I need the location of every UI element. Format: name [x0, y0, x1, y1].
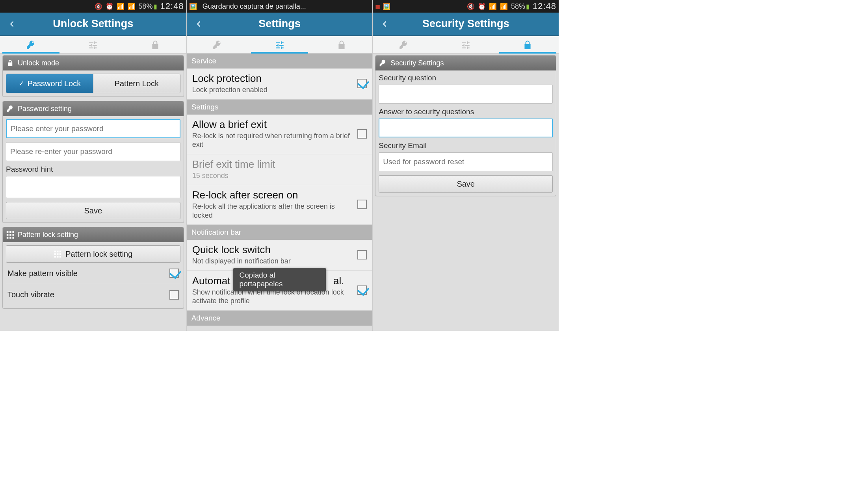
svg-rect-1 — [9, 231, 11, 233]
tab-unlock[interactable] — [373, 36, 435, 53]
svg-rect-2 — [13, 231, 15, 233]
row-relock-after-screen-on[interactable]: Re-lock after screen on Re-lock all the … — [187, 185, 373, 225]
tab-settings[interactable] — [249, 36, 310, 53]
security-answer-input[interactable] — [379, 119, 553, 137]
sliders-icon — [88, 40, 98, 50]
section-service: Service — [187, 54, 373, 69]
alarm-icon: ⏰ — [478, 3, 486, 10]
wifi-icon: 📶 — [489, 3, 497, 10]
row-quick-lock-switch[interactable]: Quick lock switch Not displayed in notif… — [187, 240, 373, 271]
tab-security[interactable] — [124, 36, 186, 53]
panel-security-settings: Security Settings Security question Answ… — [375, 55, 556, 196]
tab-strip — [0, 36, 186, 54]
button-label: Pattern lock setting — [65, 250, 132, 259]
security-email-label: Security Email — [379, 141, 553, 150]
checkbox[interactable] — [357, 250, 367, 259]
panel-header-unlock-mode: Unlock mode — [3, 56, 184, 70]
password-lock-option[interactable]: ✓ Password Lock — [6, 74, 93, 93]
status-bar: 🔇 ⏰ 📶 📶 58% ▮ 12:48 — [0, 0, 186, 13]
key-icon — [212, 40, 223, 50]
signal-icon: 📶 — [128, 3, 136, 10]
option-label: Pattern Lock — [115, 79, 159, 88]
header-bar: Security Settings — [373, 13, 559, 36]
svg-rect-9 — [54, 251, 56, 252]
pattern-lock-option[interactable]: Pattern Lock — [93, 74, 180, 93]
row-label: Make pattern visible — [7, 269, 78, 278]
checkbox[interactable] — [169, 269, 179, 278]
key-lock-icon — [379, 59, 387, 67]
panel-title: Security Settings — [390, 59, 444, 67]
row-title: Allow a brief exit — [192, 119, 354, 131]
panel-title: Pattern lock setting — [18, 231, 78, 239]
svg-rect-11 — [59, 251, 61, 252]
lock-icon — [6, 59, 15, 67]
save-password-button[interactable]: Save — [6, 202, 180, 219]
panel-title: Password setting — [18, 105, 72, 113]
signal-icon: 📶 — [500, 3, 508, 10]
battery-indicator: 58% ▮ — [511, 2, 530, 11]
password-confirm-input[interactable] — [6, 142, 180, 161]
svg-rect-16 — [57, 256, 59, 258]
password-hint-label: Password hint — [6, 165, 180, 174]
svg-rect-7 — [9, 237, 11, 239]
tab-security[interactable] — [497, 36, 559, 53]
clipboard-toast: Copiado al portapapeles — [233, 268, 326, 291]
row-subtitle: Lock protection enabled — [192, 85, 354, 94]
svg-rect-8 — [13, 237, 15, 239]
row-subtitle: 15 seconds — [192, 171, 367, 180]
pattern-grid-icon — [6, 230, 15, 239]
row-lock-protection[interactable]: Lock protection Lock protection enabled — [187, 69, 373, 100]
svg-rect-13 — [57, 253, 59, 255]
svg-rect-10 — [57, 251, 59, 252]
pattern-grid-icon — [54, 250, 61, 258]
svg-rect-5 — [13, 234, 15, 236]
lock-icon — [150, 40, 160, 50]
tab-settings[interactable] — [435, 36, 497, 53]
button-label: Save — [457, 180, 475, 189]
section-notification: Notification bar — [187, 225, 373, 240]
checkbox[interactable] — [169, 290, 179, 300]
row-allow-brief-exit[interactable]: Allow a brief exit Re-lock is not requir… — [187, 115, 373, 154]
checkbox[interactable] — [357, 79, 367, 88]
tab-unlock[interactable] — [187, 36, 249, 53]
row-title: Re-lock after screen on — [192, 189, 354, 201]
status-bar: 🖼️ Guardando captura de pantalla... — [187, 0, 373, 13]
checkbox[interactable] — [357, 285, 367, 295]
panel-password-setting: Password setting Password hint Save — [2, 101, 184, 223]
screen-security-settings: ◼ 🖼️ 🔇 ⏰ 📶 📶 58% ▮ 12:48 Security Settin… — [372, 0, 559, 331]
sliders-icon — [275, 40, 285, 50]
content-area: Service Lock protection Lock protection … — [187, 54, 373, 331]
screen-unlock-settings: 🔇 ⏰ 📶 📶 58% ▮ 12:48 Unlock Settings — [0, 0, 186, 331]
check-icon: ✓ — [19, 79, 24, 88]
tab-settings[interactable] — [62, 36, 124, 53]
password-input[interactable] — [6, 119, 180, 138]
tab-unlock[interactable] — [0, 36, 62, 53]
svg-rect-3 — [7, 234, 9, 236]
unlock-mode-segmented: ✓ Password Lock Pattern Lock — [6, 74, 180, 93]
security-answer-label: Answer to security questions — [379, 107, 553, 116]
panel-header-pattern: Pattern lock setting — [3, 227, 184, 242]
security-question-input[interactable] — [379, 85, 553, 104]
svg-rect-17 — [59, 256, 61, 258]
svg-rect-15 — [54, 256, 56, 258]
open-pattern-setting-button[interactable]: Pattern lock setting — [6, 245, 180, 263]
silent-icon: 🔇 — [95, 3, 102, 10]
row-title: Lock protection — [192, 72, 354, 85]
save-security-button[interactable]: Save — [379, 175, 553, 193]
content-area: Unlock mode ✓ Password Lock Pattern Lock — [0, 54, 186, 331]
checkbox[interactable] — [357, 129, 367, 139]
silent-icon: 🔇 — [467, 3, 475, 10]
panel-pattern-setting: Pattern lock setting Pattern lock settin… — [2, 227, 184, 309]
row-subtitle: Not displayed in notification bar — [192, 257, 354, 266]
security-email-input[interactable] — [379, 152, 553, 171]
tab-security[interactable] — [310, 36, 372, 53]
battery-indicator: 58% ▮ — [139, 2, 157, 11]
key-lock-icon — [6, 104, 15, 113]
security-question-label: Security question — [379, 74, 553, 82]
picture-icon: 🖼️ — [189, 3, 197, 10]
checkbox[interactable] — [357, 200, 367, 209]
row-touch-vibrate[interactable]: Touch vibrate — [6, 284, 180, 305]
alarm-icon: ⏰ — [106, 3, 113, 10]
password-hint-input[interactable] — [6, 176, 180, 198]
row-make-pattern-visible[interactable]: Make pattern visible — [6, 263, 180, 284]
